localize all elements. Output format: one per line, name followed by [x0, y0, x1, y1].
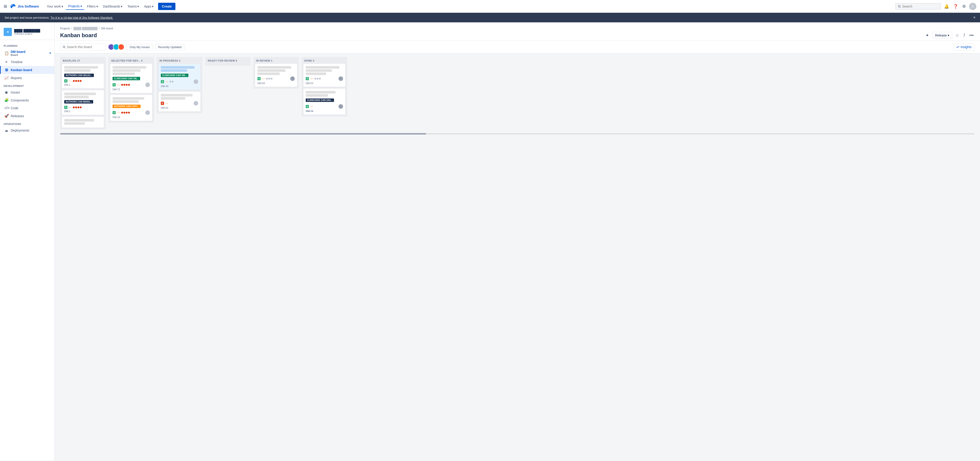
column-inreview-header: IN REVIEW 1 — [253, 57, 299, 64]
story-icon: S — [306, 77, 309, 80]
priority-icon: — — [310, 77, 313, 80]
card-dm19-id: DM-19 — [113, 116, 150, 118]
card-dm34-footer: S — — [161, 79, 198, 84]
insights-action-button[interactable]: ✦ — [924, 32, 930, 39]
card-dm1[interactable]: AUTHORS CAN SELEC... S — DM-1 — [62, 64, 104, 88]
selected-count: 5 — [141, 59, 143, 62]
card-dm72-id: DM-72 — [113, 88, 150, 91]
user-avatar[interactable]: U — [969, 3, 976, 10]
star-button[interactable]: ☆ — [955, 32, 960, 39]
column-in-review: IN REVIEW 1 S — — [253, 57, 299, 89]
card-avatar — [194, 101, 198, 105]
card-dm72-tag: CLINICIANS CAN VIE... — [113, 77, 140, 80]
avatar-3[interactable] — [118, 44, 124, 50]
banner: Set project and issue permissions. Try i… — [0, 13, 980, 22]
card-dm19[interactable]: AUTHORS CAN CAPT... S — — [110, 95, 152, 121]
insights-button[interactable]: Insights — [953, 43, 975, 50]
scroll-indicator — [60, 133, 975, 134]
card-dm74-footer: S — — [306, 104, 343, 109]
card-dm2-footer: S — — [64, 106, 102, 109]
story-icon: S — [113, 83, 116, 86]
sidebar-item-timeline[interactable]: ≡ Timeline — [0, 58, 54, 66]
sidebar-item-reports[interactable]: 📈 Reports — [0, 74, 54, 82]
bug-icon: B — [161, 102, 164, 105]
kanban-icon: ⊞ — [4, 68, 8, 72]
notifications-button[interactable]: 🔔 — [943, 3, 950, 10]
search-box[interactable] — [895, 3, 941, 10]
sidebar-item-components[interactable]: 🧩 Components — [0, 96, 54, 104]
story-icon: S — [64, 79, 67, 83]
card-avatar — [145, 83, 150, 87]
release-button[interactable]: Release ▾ — [932, 32, 952, 39]
svg-point-0 — [898, 5, 900, 7]
avatar-group — [108, 44, 124, 50]
breadcrumb-project[interactable]: ████ ████████ — [73, 27, 97, 30]
nav-projects[interactable]: Projects — [66, 3, 84, 10]
card-dm72-footer: S — — [113, 83, 150, 87]
top-nav: ⊞ Jira Software Your work Projects Filte… — [0, 0, 980, 13]
ops-section-label: OPERATIONS — [0, 120, 54, 126]
column-inprogress-header: IN PROGRESS 2 — [157, 57, 202, 64]
search-board-box[interactable] — [60, 43, 106, 50]
release-chevron-icon: ▾ — [948, 33, 949, 37]
banner-link[interactable]: Try it in a 14-day trial of Jira Softwar… — [50, 16, 113, 19]
nav-dashboards[interactable]: Dashboards — [101, 3, 125, 10]
project-icon: ✦ — [4, 28, 12, 36]
column-ready-cards — [205, 64, 251, 65]
card-dm2-tag: AUTHORS CAN MANA... — [64, 100, 93, 104]
help-button[interactable]: ❓ — [952, 3, 959, 10]
card-avatar — [145, 110, 150, 115]
create-button[interactable]: Create — [158, 3, 175, 10]
sidebar-item-dm-board[interactable]: 📋 DM board Board ▾ — [0, 48, 54, 58]
grid-icon[interactable]: ⊞ — [4, 4, 7, 9]
nav-apps[interactable]: Apps — [142, 3, 156, 10]
search-icon — [898, 5, 901, 8]
sidebar-item-issues[interactable]: ◉ Issues — [0, 88, 54, 96]
sidebar-item-kanban[interactable]: ⊞ Kanban board — [0, 66, 54, 74]
dots — [121, 84, 130, 86]
layout: ✦ ████ ████████ Software project PLANNIN… — [0, 22, 980, 461]
timeline-icon: ≡ — [4, 60, 8, 64]
sidebar-item-deployments[interactable]: ☁ Deployments — [0, 126, 54, 134]
planning-section-label: PLANNING — [0, 42, 54, 48]
deployments-icon: ☁ — [4, 128, 8, 132]
settings-button[interactable]: ⚙ — [961, 3, 967, 10]
story-icon: S — [258, 77, 261, 80]
sidebar-item-code[interactable]: </> Code — [0, 104, 54, 112]
logo[interactable]: Jira Software — [10, 3, 39, 10]
dev-section-label: DEVELOPMENT — [0, 82, 54, 88]
done-count: 3 — [313, 59, 314, 62]
page-header: Projects / ████ ████████ / DM board Kanb… — [55, 22, 980, 41]
card-backlog-more[interactable] — [62, 117, 104, 128]
card-dm50[interactable]: S — DM-50 — [255, 64, 297, 87]
recently-updated-button[interactable]: Recently Updated — [155, 44, 185, 50]
board-toolbar: Only My Issues Recently Updated Insights — [55, 41, 980, 53]
nav-right: 🔔 ❓ ⚙ U — [895, 3, 976, 10]
nav-teams[interactable]: Teams — [125, 3, 141, 10]
nav-filters[interactable]: Filters — [85, 3, 100, 10]
search-input[interactable] — [902, 5, 938, 8]
banner-close-button[interactable]: × — [974, 16, 975, 20]
only-my-issues-button[interactable]: Only My Issues — [127, 44, 153, 50]
inprogress-count: 2 — [179, 59, 180, 62]
scroll-thumb[interactable] — [60, 133, 426, 134]
card-dm34-tag: CLINICIANS CAN VIE... — [161, 73, 188, 77]
chevron-icon: ▾ — [49, 51, 51, 55]
card-dm53[interactable]: S — DM-53 — [304, 64, 345, 87]
sidebar-item-releases[interactable]: 🚀 Releases — [0, 112, 54, 120]
sidebar: ✦ ████ ████████ Software project PLANNIN… — [0, 22, 55, 461]
svg-line-3 — [65, 48, 65, 48]
nav-your-work[interactable]: Your work — [45, 3, 65, 10]
more-button[interactable]: ••• — [968, 32, 975, 39]
dots — [314, 78, 321, 80]
card-dm74[interactable]: CLINICIANS CAN SAV... S — DM-74 — [304, 89, 345, 115]
share-button[interactable]: ⤴ — [962, 32, 966, 39]
board-search-input[interactable] — [67, 45, 103, 49]
card-dm2[interactable]: AUTHORS CAN MANA... S — DM-2 — [62, 90, 104, 115]
card-dm81[interactable]: B — DM-81 — [159, 92, 200, 112]
release-label: Release — [935, 33, 947, 37]
page-title-row: Kanban board ✦ Release ▾ ☆ ⤴ ••• — [60, 32, 975, 39]
card-dm34[interactable]: CLINICIANS CAN VIE... S — DM-34 — [159, 64, 200, 90]
card-dm72[interactable]: CLINICIANS CAN VIE... S — — [110, 64, 152, 93]
breadcrumb-projects[interactable]: Projects — [60, 27, 70, 30]
